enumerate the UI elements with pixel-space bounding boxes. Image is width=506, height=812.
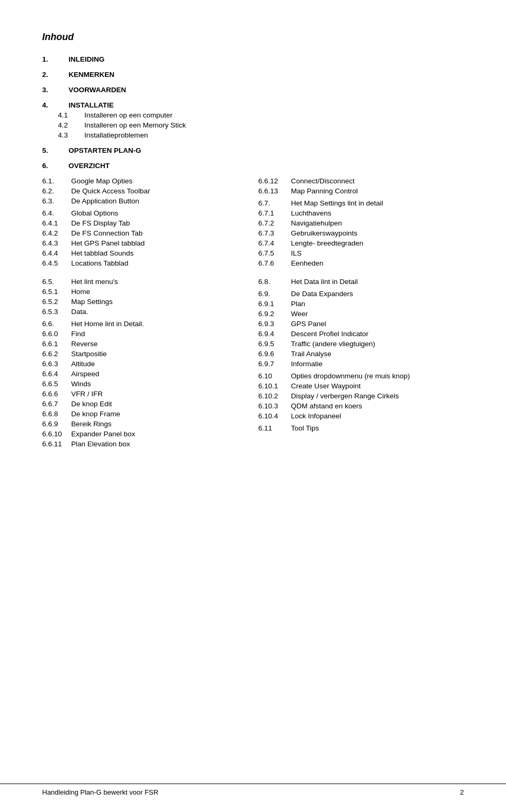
toc-num-6-10: 6.10 [258, 372, 291, 380]
toc-label-6-6-4: Airspeed [71, 370, 99, 378]
toc-item-6-6-5: 6.6.5 Winds [42, 380, 248, 388]
toc-label-6-4-5: Locations Tabblad [71, 259, 129, 267]
toc-item-6-9-3: 6.9.3 GPS Panel [258, 320, 464, 328]
toc-label-6-9-6: Trail Analyse [291, 350, 332, 358]
toc-label-6-6-0: Find [71, 330, 85, 338]
toc-item-6-9: 6.9. De Data Expanders [258, 290, 464, 298]
toc-label-6-6-8: De knop Frame [71, 410, 120, 418]
toc-label-6-10-1: Create User Waypoint [291, 382, 361, 390]
toc-num-4: 4. [42, 101, 69, 109]
toc-label-6-5-1: Home [71, 288, 90, 296]
toc-num-6-10-4: 6.10.4 [258, 412, 291, 420]
toc-num-6-10-1: 6.10.1 [258, 382, 291, 390]
toc-label-6-9-4: Descent Profiel Indicator [291, 330, 368, 338]
toc-num-4-3: 4.3 [58, 131, 84, 139]
toc-item-6-10-4: 6.10.4 Lock Infopaneel [258, 412, 464, 420]
toc-label-4-3: Installatieproblemen [84, 131, 148, 139]
toc-label-4-1: Installeren op een computer [84, 111, 172, 119]
toc-item-6-10-3: 6.10.3 QDM afstand en koers [258, 402, 464, 410]
toc-item-6-6-12: 6.6.12 Connect/Disconnect [258, 177, 464, 185]
toc-item-6-7-3: 6.7.3 Gebruikerswaypoints [258, 229, 464, 237]
toc-item-6-5: 6.5. Het lint menu's [42, 278, 248, 286]
toc-label-6-7-6: Eenheden [291, 259, 324, 267]
toc-label-6-6-13: Map Panning Control [291, 187, 358, 195]
toc-num-6-5: 6.5. [42, 278, 71, 286]
toc-item-6-4-4: 6.4.4 Het tabblad Sounds [42, 249, 248, 257]
toc-item-6-10-1: 6.10.1 Create User Waypoint [258, 382, 464, 390]
toc-item-6-6: 6.6. Het Home lint in Detail. [42, 320, 248, 328]
toc-item-3: 3. VOORWAARDEN [42, 86, 464, 94]
toc-num-6-9-3: 6.9.3 [258, 320, 291, 328]
toc-label-4: INSTALLATIE [69, 101, 114, 109]
toc-label-6-6-3: Altitude [71, 360, 95, 368]
toc-num-6-7-1: 6.7.1 [258, 209, 291, 217]
toc-label-6-6-6: VFR / IFR [71, 390, 103, 398]
toc-num-6-10-2: 6.10.2 [258, 392, 291, 400]
toc-num-4-1: 4.1 [58, 111, 84, 119]
toc-num-6-4-3: 6.4.3 [42, 239, 71, 247]
toc-num-6-6-8: 6.6.8 [42, 410, 71, 418]
toc-num-6-5-3: 6.5.3 [42, 308, 71, 316]
toc-num-4-2: 4.2 [58, 121, 84, 129]
toc-label-6-7-4: Lengte- breedtegraden [291, 239, 363, 247]
toc-item-6-9-6: 6.9.6 Trail Analyse [258, 350, 464, 358]
toc-item-6-6-0: 6.6.0 Find [42, 330, 248, 338]
toc-num-3: 3. [42, 86, 69, 94]
toc-item-6-6-4: 6.6.4 Airspeed [42, 370, 248, 378]
toc-item-6-7-4: 6.7.4 Lengte- breedtegraden [258, 239, 464, 247]
toc-num-6-4-4: 6.4.4 [42, 249, 71, 257]
toc-item-6-5-3: 6.5.3 Data. [42, 308, 248, 316]
toc-label-6-8: Het Data lint in Detail [291, 278, 358, 286]
toc-item-6-6-3: 6.6.3 Altitude [42, 360, 248, 368]
toc-grid-2: 6.5. Het lint menu's 6.5.1 Home 6.5.2 Ma… [42, 278, 464, 450]
toc-item-6-5-1: 6.5.1 Home [42, 288, 248, 296]
toc-item-6-7-5: 6.7.5 ILS [258, 249, 464, 257]
toc-label-1: INLEIDING [69, 55, 104, 63]
toc-item-6-4: 6.4. Global Options [42, 209, 248, 217]
toc-item-6-4-1: 6.4.1 De FS Display Tab [42, 219, 248, 227]
toc-label-6-4: Global Options [71, 209, 118, 217]
toc-item-5: 5. OPSTARTEN PLAN-G [42, 146, 464, 154]
toc-item-6-7-2: 6.7.2 Navigatiehulpen [258, 219, 464, 227]
toc-item-6-1: 6.1. Google Map Opties [42, 177, 248, 185]
toc-num-6-6-11: 6.6.11 [42, 440, 71, 448]
footer-left: Handleiding Plan-G bewerkt voor FSR [42, 788, 158, 796]
toc-item-6-9-7: 6.9.7 Informatie [258, 360, 464, 368]
toc-num-6-6-3: 6.6.3 [42, 360, 71, 368]
toc-label-6-5-3: Data. [71, 308, 88, 316]
toc-num-6-4-2: 6.4.2 [42, 229, 71, 237]
toc-item-4-3: 4.3 Installatieproblemen [42, 131, 464, 139]
toc-num-6-7-3: 6.7.3 [258, 229, 291, 237]
toc-item-6-4-5: 6.4.5 Locations Tabblad [42, 259, 248, 267]
toc-num-6-6-6: 6.6.6 [42, 390, 71, 398]
toc-item-6-6-11: 6.6.11 Plan Elevation box [42, 440, 248, 448]
toc-label-6-6-1: Reverse [71, 340, 98, 348]
toc-num-6-11: 6.11 [258, 424, 291, 432]
toc-num-6-9-7: 6.9.7 [258, 360, 291, 368]
toc-item-4-2: 4.2 Installeren op een Memory Stick [42, 121, 464, 129]
toc-label-6-10-2: Display / verbergen Range Cirkels [291, 392, 399, 400]
toc-num-6-1: 6.1. [42, 177, 71, 185]
toc-grid-1: 6.1. Google Map Opties 6.2. De Quick Acc… [42, 177, 464, 269]
toc-label-6-3: De Application Button [71, 197, 139, 205]
toc-num-6-6-7: 6.6.7 [42, 400, 71, 408]
toc-label-2: KENMERKEN [69, 71, 114, 79]
toc-num-6-4: 6.4. [42, 209, 71, 217]
toc-label-3: VOORWAARDEN [69, 86, 126, 94]
toc-label-6-4-3: Het GPS Panel tabblad [71, 239, 145, 247]
toc-item-6-3: 6.3. De Application Button [42, 197, 248, 205]
toc-num-6-10-3: 6.10.3 [258, 402, 291, 410]
toc-num-6-5-2: 6.5.2 [42, 298, 71, 306]
toc-item-6-4-2: 6.4.2 De FS Connection Tab [42, 229, 248, 237]
page-title: Inhoud [42, 32, 464, 43]
toc-item-6-10-2: 6.10.2 Display / verbergen Range Cirkels [258, 392, 464, 400]
toc-label-6-6-12: Connect/Disconnect [291, 177, 355, 185]
toc-item-6-7: 6.7. Het Map Settings lint in detail [258, 199, 464, 207]
toc-label-6-9-1: Plan [291, 300, 305, 308]
toc-label-6-1: Google Map Opties [71, 177, 132, 185]
toc-label-6-9: De Data Expanders [291, 290, 353, 298]
toc-item-6-7-6: 6.7.6 Eenheden [258, 259, 464, 267]
toc-label-6-4-1: De FS Display Tab [71, 219, 130, 227]
toc-num-6-9-4: 6.9.4 [258, 330, 291, 338]
toc-label-6-7-2: Navigatiehulpen [291, 219, 342, 227]
